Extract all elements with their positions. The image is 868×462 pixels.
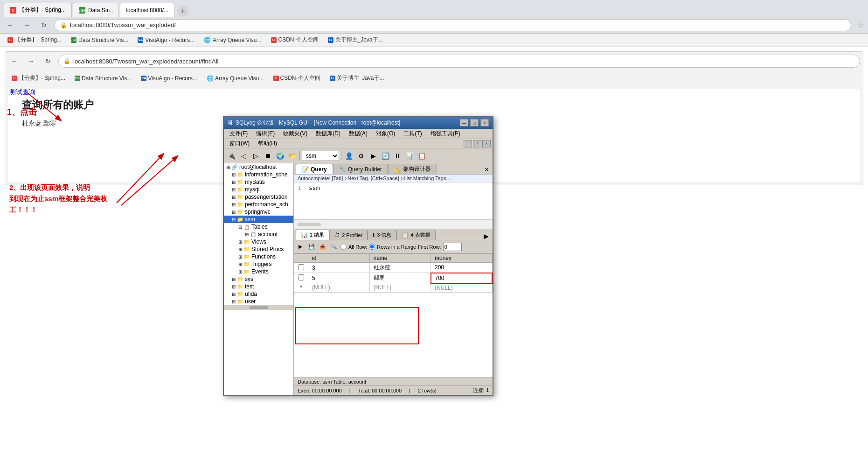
tree-item-test[interactable]: ⊞ 📁 test xyxy=(224,283,293,290)
toolbar-btn-3[interactable]: ▷ xyxy=(250,150,261,161)
sqlyog-close-button[interactable]: × xyxy=(480,119,489,126)
row1-checkbox-input[interactable] xyxy=(298,264,304,270)
inner-refresh-button[interactable]: ↻ xyxy=(42,55,55,68)
tree-item-ufida[interactable]: ⊞ 📁 ufida xyxy=(224,290,293,298)
inner-bm-arrayqueue[interactable]: 🌐 Array Queue Visu... xyxy=(203,74,268,83)
inner-address-bar[interactable]: 🔒 localhost:8080/Twossm_war_exploded/acc… xyxy=(58,55,860,68)
result-tab-info[interactable]: ℹ 3 信息 xyxy=(368,230,396,240)
outer-forward-button[interactable]: → xyxy=(21,19,34,32)
sqlyog-minimize-button[interactable]: — xyxy=(460,119,468,126)
tree-item-mysql[interactable]: ⊞ 📁 mysql xyxy=(224,186,293,193)
tree-item-user[interactable]: ⊞ 📁 user xyxy=(224,298,293,305)
tree-item-mybatis[interactable]: ⊞ 📁 myBatis xyxy=(224,178,293,186)
outer-tab-datastruct[interactable]: JSF Data Str... xyxy=(73,3,119,17)
inner-bm-visalgo[interactable]: VA VisuAlgo - Recurs... xyxy=(137,74,201,83)
rt-btn-2[interactable]: 💾 xyxy=(307,242,316,252)
database-select[interactable]: ssm xyxy=(302,151,339,161)
rt-radio-range[interactable] xyxy=(369,244,375,250)
rowN-checkbox[interactable]: * xyxy=(294,283,308,293)
toolbar-btn-13[interactable]: 📋 xyxy=(416,150,427,161)
result-tab-nav[interactable]: ▶ xyxy=(482,232,491,240)
menu-help[interactable]: 帮助(H) xyxy=(254,139,281,148)
inner-minimize-btn[interactable]: — xyxy=(464,140,472,147)
tree-item-springmvc[interactable]: ⊞ 📁 springmvc xyxy=(224,208,293,216)
tree-item-events[interactable]: ⊞ 📁 Events xyxy=(224,268,293,275)
inner-bm-spring[interactable]: C 【分类】- Spring... xyxy=(8,73,69,83)
tree-item-infosche[interactable]: ⊞ 📁 information_sche xyxy=(224,171,293,178)
toolbar-btn-7[interactable]: 👤 xyxy=(343,150,354,161)
toolbar-btn-6[interactable]: 📂 xyxy=(286,150,298,161)
query-scroll-area[interactable] xyxy=(294,220,493,229)
row2-checkbox-input[interactable] xyxy=(298,274,304,280)
outer-bm-csdn[interactable]: C CSDN-个人空间 xyxy=(267,35,322,45)
rt-first-row-input[interactable] xyxy=(443,243,462,251)
result-tab-tabledata[interactable]: 📋 4 表数据 xyxy=(396,230,435,240)
tree-scrollbar[interactable] xyxy=(224,305,293,310)
outer-back-button[interactable]: ← xyxy=(4,19,17,32)
tree-item-root[interactable]: ⊞ 🔗 root@localhost xyxy=(224,163,293,171)
toolbar-btn-5[interactable]: 🌍 xyxy=(274,150,285,161)
tree-item-views[interactable]: ⊞ 📁 Views xyxy=(224,238,293,245)
menu-tools[interactable]: 工具(T) xyxy=(400,129,425,139)
inner-bm-about[interactable]: B 关于博主_Java于... xyxy=(326,73,388,83)
inner-back-button[interactable]: ← xyxy=(8,55,21,68)
toolbar-btn-10[interactable]: 🔄 xyxy=(380,150,391,161)
tree-item-ssm[interactable]: ⊟ 📁 ssm xyxy=(224,216,293,223)
row2-checkbox[interactable] xyxy=(294,273,308,283)
toolbar-btn-9[interactable]: ▶ xyxy=(368,150,379,161)
inner-bm-csdn[interactable]: C CSDN-个人空间 xyxy=(270,73,324,83)
query-tab-schema[interactable]: 📐 架构设计器 xyxy=(388,164,437,174)
rt-btn-4[interactable]: 🔍 xyxy=(329,242,339,252)
query-tab-query[interactable]: 📝 Query xyxy=(296,164,333,174)
new-tab-button[interactable]: + xyxy=(177,6,188,17)
query-editor[interactable]: 1 ssm xyxy=(294,182,493,220)
tree-item-passenger[interactable]: ⊞ 📁 passengerstation xyxy=(224,193,293,201)
inner-restore-btn[interactable]: / xyxy=(473,140,481,147)
rt-btn-3[interactable]: 📤 xyxy=(318,242,327,252)
outer-tab-active[interactable]: localhost:8080/... xyxy=(120,3,174,17)
outer-bm-spring[interactable]: C 【分类】- Spring... xyxy=(4,35,65,45)
toolbar-btn-4[interactable]: ⏹ xyxy=(262,150,273,161)
menu-database[interactable]: 数据库(D) xyxy=(312,129,344,139)
toolbar-btn-1[interactable]: 🔌 xyxy=(226,150,237,161)
toolbar-btn-12[interactable]: 📊 xyxy=(404,150,415,161)
inner-bm-visalgo-label: VisuAlgo - Recurs... xyxy=(148,75,197,82)
tree-item-performance[interactable]: ⊞ 📁 performance_sch xyxy=(224,201,293,208)
outer-bm-arrayqueue[interactable]: 🌐 Array Queue Visu... xyxy=(200,36,265,44)
menu-favorites[interactable]: 收藏夹(V) xyxy=(279,129,311,139)
outer-tab-spring[interactable]: C 【分类】- Spring... xyxy=(4,3,72,17)
outer-address-bar[interactable]: 🔒 localhost:8080/Twossm_war_exploded/ xyxy=(54,19,851,31)
query-tab-builder[interactable]: 🔧 Query Builder xyxy=(333,164,388,174)
tree-item-sys[interactable]: ⊞ 📁 sys xyxy=(224,275,293,283)
result-tab-profiler[interactable]: ⏱ 2 Profiler xyxy=(329,230,368,240)
star-icon[interactable]: ☆ xyxy=(857,20,864,30)
outer-bm-visualgo[interactable]: VA VisuAlgo - Recurs... xyxy=(134,36,198,44)
tree-item-functions[interactable]: ⊞ 📁 Functions xyxy=(224,253,293,260)
rt-btn-1[interactable]: ▶ xyxy=(296,242,305,252)
outer-bm-datastruct[interactable]: JSF Data Structure Vis... xyxy=(67,36,132,44)
toolbar-btn-11[interactable]: ⏸ xyxy=(392,150,403,161)
outer-refresh-button[interactable]: ↻ xyxy=(37,19,50,32)
row1-checkbox[interactable] xyxy=(294,263,308,273)
tree-item-storedprocs[interactable]: ⊞ 📁 Stored Procs xyxy=(224,245,293,253)
query-tab-close[interactable]: × xyxy=(483,166,491,174)
result-tab-result[interactable]: 📊 1 结果 xyxy=(296,230,329,240)
tree-item-tables[interactable]: ⊟ 📋 Tables xyxy=(224,223,293,231)
tree-item-triggers[interactable]: ⊞ 📁 Triggers xyxy=(224,260,293,268)
outer-bm-about[interactable]: B 关于博主_Java于... xyxy=(324,35,387,45)
menu-object[interactable]: 对象(O) xyxy=(372,129,399,139)
sqlyog-maximize-button[interactable]: □ xyxy=(470,119,479,126)
toolbar-btn-2[interactable]: ◁ xyxy=(238,150,249,161)
inner-forward-button[interactable]: → xyxy=(25,55,38,68)
toolbar-btn-8[interactable]: ⚙ xyxy=(355,150,367,161)
menu-data[interactable]: 数据(A) xyxy=(345,129,371,139)
menu-window[interactable]: 窗口(W) xyxy=(226,139,253,148)
tree-item-account[interactable]: ⊞ 📋 account xyxy=(224,231,293,238)
menu-file[interactable]: 文件(F) xyxy=(226,129,251,139)
menu-edit[interactable]: 编辑(E) xyxy=(252,129,278,139)
inner-bm-datastruct[interactable]: JSF Data Structure Vis... xyxy=(71,74,135,83)
rt-radio-all[interactable] xyxy=(340,244,347,250)
test-query-link[interactable]: 测试查询 xyxy=(9,88,35,96)
inner-close-btn[interactable]: × xyxy=(482,140,491,147)
menu-enhanced[interactable]: 增强工具(P) xyxy=(427,129,464,139)
